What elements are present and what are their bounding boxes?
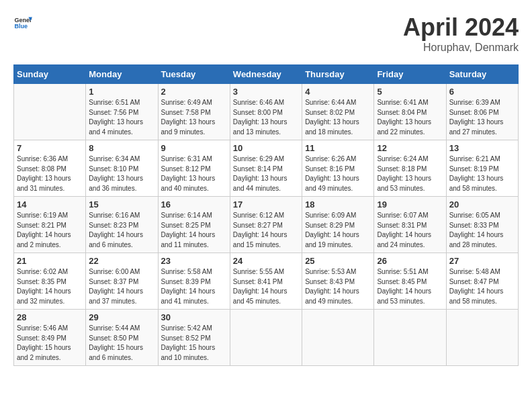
location-title: Horuphav, Denmark xyxy=(403,42,519,54)
svg-text:Blue: Blue xyxy=(14,23,28,30)
day-info: Sunrise: 6:29 AM Sunset: 8:14 PM Dayligh… xyxy=(233,154,299,193)
calendar-cell: 1Sunrise: 6:51 AM Sunset: 7:56 PM Daylig… xyxy=(86,84,158,140)
calendar-week-row: 28Sunrise: 5:46 AM Sunset: 8:49 PM Dayli… xyxy=(14,310,519,366)
calendar-cell: 25Sunrise: 5:53 AM Sunset: 8:43 PM Dayli… xyxy=(302,253,374,310)
day-number: 4 xyxy=(305,87,371,97)
day-info: Sunrise: 5:51 AM Sunset: 8:45 PM Dayligh… xyxy=(377,267,443,306)
day-info: Sunrise: 6:44 AM Sunset: 8:02 PM Dayligh… xyxy=(305,98,371,137)
calendar-cell: 21Sunrise: 6:02 AM Sunset: 8:35 PM Dayli… xyxy=(14,253,86,310)
calendar-cell: 15Sunrise: 6:16 AM Sunset: 8:23 PM Dayli… xyxy=(86,197,158,253)
day-info: Sunrise: 6:41 AM Sunset: 8:04 PM Dayligh… xyxy=(377,98,443,137)
calendar-cell xyxy=(230,310,302,366)
day-number: 9 xyxy=(161,143,227,153)
day-number: 10 xyxy=(233,143,299,153)
day-number: 13 xyxy=(449,143,515,153)
day-info: Sunrise: 6:05 AM Sunset: 8:33 PM Dayligh… xyxy=(449,211,515,250)
calendar-cell: 26Sunrise: 5:51 AM Sunset: 8:45 PM Dayli… xyxy=(374,253,446,310)
calendar-header-cell: Saturday xyxy=(446,65,518,84)
day-info: Sunrise: 5:58 AM Sunset: 8:39 PM Dayligh… xyxy=(161,267,227,306)
calendar-header-cell: Thursday xyxy=(302,65,374,84)
calendar-cell: 7Sunrise: 6:36 AM Sunset: 8:08 PM Daylig… xyxy=(14,140,86,197)
calendar-header-cell: Friday xyxy=(374,65,446,84)
calendar-week-row: 21Sunrise: 6:02 AM Sunset: 8:35 PM Dayli… xyxy=(14,253,519,310)
logo-icon: General Blue xyxy=(13,13,32,32)
day-number: 29 xyxy=(89,312,154,322)
day-number: 28 xyxy=(17,312,83,322)
calendar-header-row: SundayMondayTuesdayWednesdayThursdayFrid… xyxy=(14,65,519,84)
calendar-week-row: 1Sunrise: 6:51 AM Sunset: 7:56 PM Daylig… xyxy=(14,84,519,140)
calendar-header-cell: Tuesday xyxy=(158,65,230,84)
calendar-body: 1Sunrise: 6:51 AM Sunset: 7:56 PM Daylig… xyxy=(14,84,519,366)
day-number: 21 xyxy=(17,256,83,266)
day-info: Sunrise: 6:16 AM Sunset: 8:23 PM Dayligh… xyxy=(89,211,154,250)
calendar-cell xyxy=(302,310,374,366)
calendar-cell: 14Sunrise: 6:19 AM Sunset: 8:21 PM Dayli… xyxy=(14,197,86,253)
calendar-cell: 18Sunrise: 6:09 AM Sunset: 8:29 PM Dayli… xyxy=(302,197,374,253)
day-info: Sunrise: 6:26 AM Sunset: 8:16 PM Dayligh… xyxy=(305,154,371,193)
day-number: 22 xyxy=(89,256,154,266)
calendar-cell: 2Sunrise: 6:49 AM Sunset: 7:58 PM Daylig… xyxy=(158,84,230,140)
day-number: 7 xyxy=(17,143,83,153)
day-info: Sunrise: 5:46 AM Sunset: 8:49 PM Dayligh… xyxy=(17,324,83,363)
day-info: Sunrise: 6:36 AM Sunset: 8:08 PM Dayligh… xyxy=(17,154,83,193)
day-number: 15 xyxy=(89,199,154,210)
day-number: 18 xyxy=(305,199,371,210)
calendar-cell: 11Sunrise: 6:26 AM Sunset: 8:16 PM Dayli… xyxy=(302,140,374,197)
calendar-cell: 5Sunrise: 6:41 AM Sunset: 8:04 PM Daylig… xyxy=(374,84,446,140)
day-info: Sunrise: 6:31 AM Sunset: 8:12 PM Dayligh… xyxy=(161,154,227,193)
calendar-cell: 9Sunrise: 6:31 AM Sunset: 8:12 PM Daylig… xyxy=(158,140,230,197)
day-info: Sunrise: 5:44 AM Sunset: 8:50 PM Dayligh… xyxy=(89,324,154,363)
day-info: Sunrise: 5:55 AM Sunset: 8:41 PM Dayligh… xyxy=(233,267,299,306)
day-info: Sunrise: 6:51 AM Sunset: 7:56 PM Dayligh… xyxy=(89,98,154,137)
day-number: 5 xyxy=(377,87,443,97)
title-block: April 2024 Horuphav, Denmark xyxy=(403,13,519,54)
calendar-cell: 12Sunrise: 6:24 AM Sunset: 8:18 PM Dayli… xyxy=(374,140,446,197)
calendar-cell: 30Sunrise: 5:42 AM Sunset: 8:52 PM Dayli… xyxy=(158,310,230,366)
logo: General Blue xyxy=(13,13,32,32)
calendar-cell: 29Sunrise: 5:44 AM Sunset: 8:50 PM Dayli… xyxy=(86,310,158,366)
day-number: 11 xyxy=(305,143,371,153)
day-info: Sunrise: 5:48 AM Sunset: 8:47 PM Dayligh… xyxy=(449,267,515,306)
day-info: Sunrise: 6:09 AM Sunset: 8:29 PM Dayligh… xyxy=(305,211,371,250)
calendar-header-cell: Monday xyxy=(86,65,158,84)
calendar-table: SundayMondayTuesdayWednesdayThursdayFrid… xyxy=(13,64,519,366)
day-number: 8 xyxy=(89,143,154,153)
calendar-cell: 22Sunrise: 6:00 AM Sunset: 8:37 PM Dayli… xyxy=(86,253,158,310)
day-info: Sunrise: 6:39 AM Sunset: 8:06 PM Dayligh… xyxy=(449,98,515,137)
day-number: 1 xyxy=(89,87,154,97)
day-info: Sunrise: 6:24 AM Sunset: 8:18 PM Dayligh… xyxy=(377,154,443,193)
day-number: 6 xyxy=(449,87,515,97)
calendar-cell: 27Sunrise: 5:48 AM Sunset: 8:47 PM Dayli… xyxy=(446,253,518,310)
day-number: 25 xyxy=(305,256,371,266)
calendar-cell: 3Sunrise: 6:46 AM Sunset: 8:00 PM Daylig… xyxy=(230,84,302,140)
day-info: Sunrise: 6:21 AM Sunset: 8:19 PM Dayligh… xyxy=(449,154,515,193)
day-number: 16 xyxy=(161,199,227,210)
calendar-cell: 6Sunrise: 6:39 AM Sunset: 8:06 PM Daylig… xyxy=(446,84,518,140)
calendar-week-row: 14Sunrise: 6:19 AM Sunset: 8:21 PM Dayli… xyxy=(14,197,519,253)
day-number: 12 xyxy=(377,143,443,153)
page-header: General Blue April 2024 Horuphav, Denmar… xyxy=(13,13,519,54)
day-number: 2 xyxy=(161,87,227,97)
day-number: 14 xyxy=(17,199,83,210)
day-number: 30 xyxy=(161,312,227,322)
day-number: 19 xyxy=(377,199,443,210)
calendar-cell: 28Sunrise: 5:46 AM Sunset: 8:49 PM Dayli… xyxy=(14,310,86,366)
calendar-cell: 10Sunrise: 6:29 AM Sunset: 8:14 PM Dayli… xyxy=(230,140,302,197)
calendar-cell: 23Sunrise: 5:58 AM Sunset: 8:39 PM Dayli… xyxy=(158,253,230,310)
day-number: 20 xyxy=(449,199,515,210)
day-info: Sunrise: 6:07 AM Sunset: 8:31 PM Dayligh… xyxy=(377,211,443,250)
day-info: Sunrise: 6:00 AM Sunset: 8:37 PM Dayligh… xyxy=(89,267,154,306)
day-info: Sunrise: 5:53 AM Sunset: 8:43 PM Dayligh… xyxy=(305,267,371,306)
day-info: Sunrise: 5:42 AM Sunset: 8:52 PM Dayligh… xyxy=(161,324,227,363)
calendar-header-cell: Sunday xyxy=(14,65,86,84)
day-number: 27 xyxy=(449,256,515,266)
calendar-cell: 16Sunrise: 6:14 AM Sunset: 8:25 PM Dayli… xyxy=(158,197,230,253)
day-info: Sunrise: 6:49 AM Sunset: 7:58 PM Dayligh… xyxy=(161,98,227,137)
calendar-header-cell: Wednesday xyxy=(230,65,302,84)
calendar-cell: 4Sunrise: 6:44 AM Sunset: 8:02 PM Daylig… xyxy=(302,84,374,140)
calendar-cell xyxy=(446,310,518,366)
day-number: 23 xyxy=(161,256,227,266)
day-info: Sunrise: 6:02 AM Sunset: 8:35 PM Dayligh… xyxy=(17,267,83,306)
calendar-cell: 20Sunrise: 6:05 AM Sunset: 8:33 PM Dayli… xyxy=(446,197,518,253)
month-title: April 2024 xyxy=(403,13,519,42)
